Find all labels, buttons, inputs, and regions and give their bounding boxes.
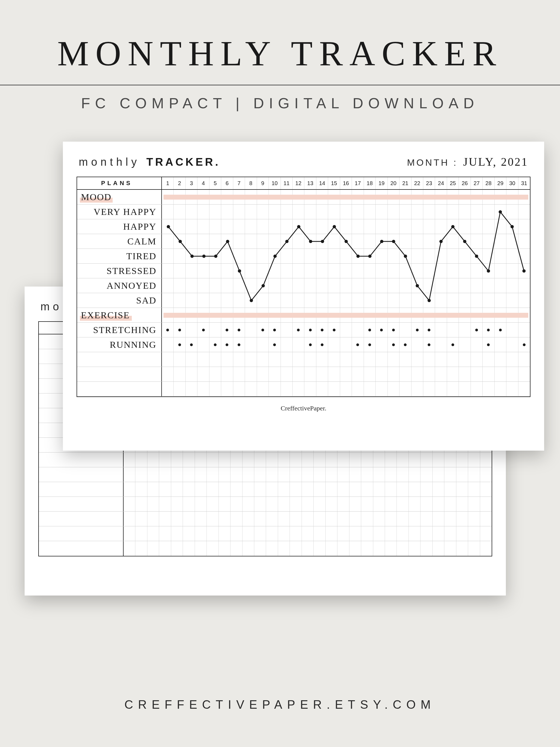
empty-row: [39, 526, 492, 541]
day-cell: [350, 526, 361, 541]
day-cell: [411, 367, 423, 381]
day-cell: [266, 541, 278, 556]
day-cell: [269, 278, 281, 293]
day-cell: [221, 382, 233, 396]
day-cell: [209, 234, 221, 249]
day-cell: [245, 293, 257, 308]
dot-icon: [214, 343, 217, 346]
day-cell: [147, 526, 159, 541]
grid-header-row: PLANS 1234567891011121314151617181920212…: [77, 177, 530, 190]
dot-icon: [368, 329, 371, 331]
day-cell: [483, 249, 494, 263]
day-cell: [483, 367, 494, 381]
day-cell: [195, 512, 207, 526]
day-cell: [269, 352, 281, 367]
day-cell: [257, 234, 269, 249]
day-cell: [219, 467, 230, 482]
day-cell: [245, 337, 257, 352]
day-cell: [397, 482, 408, 496]
day-cell: [219, 526, 230, 541]
day-cell: [162, 337, 174, 352]
day-cell: 2: [174, 177, 185, 189]
mood-row: STRESSED: [77, 264, 530, 278]
day-cell: 28: [483, 177, 494, 189]
day-cell: [195, 497, 207, 511]
day-cell: [209, 278, 221, 293]
day-cell: [302, 497, 314, 511]
day-cell: [254, 453, 266, 467]
day-cell: [233, 278, 245, 293]
day-cell: [468, 467, 480, 482]
day-cell: [171, 453, 183, 467]
mood-row: TIRED: [77, 249, 530, 264]
day-cell: [518, 219, 530, 234]
dot-icon: [487, 329, 490, 331]
day-cell: [183, 541, 195, 556]
day-cell: [444, 453, 456, 467]
day-cell: 3: [186, 177, 198, 189]
day-cell: [219, 497, 230, 511]
day-cell: [350, 453, 361, 467]
dot-icon: [321, 329, 324, 331]
day-cell: [364, 293, 376, 308]
empty-row: [39, 541, 492, 556]
day-cell: [302, 541, 314, 556]
day-cell: [302, 512, 314, 526]
dot-icon: [273, 343, 276, 346]
day-cell: [435, 219, 447, 234]
day-cell: [397, 526, 408, 541]
day-cell: [423, 323, 435, 337]
day-cell: [444, 497, 456, 511]
day-cell: [302, 482, 314, 496]
day-cell: [207, 497, 219, 511]
day-cell: [480, 467, 492, 482]
day-cell: [257, 205, 269, 219]
day-cell: [468, 482, 480, 496]
day-cell: [198, 323, 209, 337]
day-cell: [281, 323, 292, 337]
day-cell: [376, 264, 387, 278]
day-cell: [269, 382, 281, 396]
day-cell: [480, 453, 492, 467]
day-cell: [376, 367, 387, 381]
day-cell: [326, 526, 337, 541]
day-cell: [257, 278, 269, 293]
day-cell: 15: [328, 177, 340, 189]
day-cell: [447, 352, 459, 367]
day-cell: [147, 467, 159, 482]
day-cell: [376, 249, 387, 263]
day-cell: [147, 453, 159, 467]
day-cell: [421, 541, 432, 556]
day-cell: [233, 234, 245, 249]
day-cell: [245, 219, 257, 234]
day-cell: [281, 234, 292, 249]
day-cell: 14: [316, 177, 328, 189]
day-cell: [459, 352, 470, 367]
day-cell: [352, 337, 364, 352]
dot-icon: [309, 343, 312, 346]
day-cell: [376, 293, 387, 308]
day-cell: [292, 352, 304, 367]
day-cell: [230, 467, 242, 482]
day-cell: [186, 337, 198, 352]
day-cell: [159, 512, 171, 526]
exercise-row-running: RUNNING: [77, 337, 530, 352]
day-cell: [254, 541, 266, 556]
day-cell: [269, 205, 281, 219]
day-cell: [209, 352, 221, 367]
day-cell: [233, 205, 245, 219]
day-cell: [124, 512, 135, 526]
day-cell: [219, 453, 230, 467]
day-cell: [337, 482, 349, 496]
day-cell: [350, 541, 361, 556]
day-cell: [269, 264, 281, 278]
day-cell: [361, 512, 373, 526]
day-cell: [230, 512, 242, 526]
day-cell: [221, 234, 233, 249]
day-cell: [364, 367, 376, 381]
day-cell: [281, 264, 292, 278]
day-cell: [518, 352, 530, 367]
day-cell: [124, 453, 135, 467]
mood-label: STRESSED: [77, 264, 162, 278]
day-cell: [397, 512, 408, 526]
